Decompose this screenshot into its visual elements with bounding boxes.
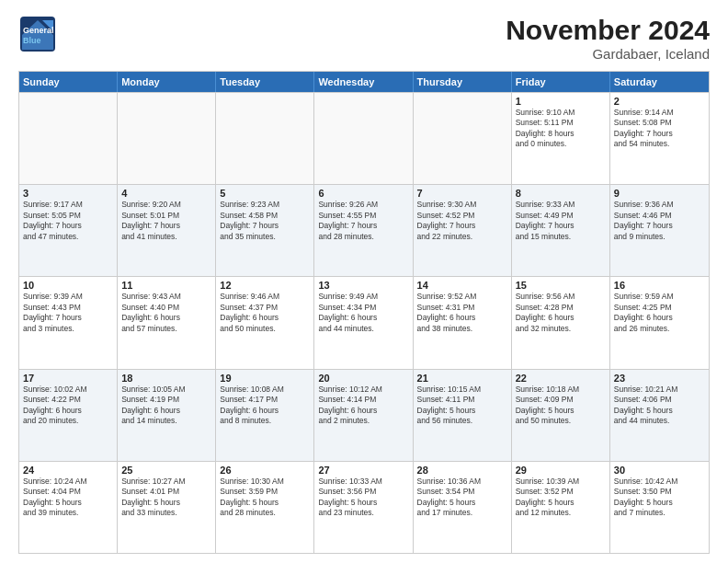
calendar-cell: 11Sunrise: 9:43 AM Sunset: 4:40 PM Dayli… [118,277,216,368]
day-info: Sunrise: 9:30 AM Sunset: 4:52 PM Dayligh… [417,200,507,242]
logo-icon: General Blue [18,15,57,53]
day-info: Sunrise: 10:42 AM Sunset: 3:50 PM Daylig… [614,477,705,519]
day-info: Sunrise: 9:17 AM Sunset: 5:05 PM Dayligh… [23,200,113,242]
calendar-cell: 4Sunrise: 9:20 AM Sunset: 5:01 PM Daylig… [118,185,216,276]
calendar-cell: 22Sunrise: 10:18 AM Sunset: 4:09 PM Dayl… [512,370,610,461]
day-number: 8 [516,188,606,199]
calendar-cell: 15Sunrise: 9:56 AM Sunset: 4:28 PM Dayli… [512,277,610,368]
day-of-week-header: Sunday [19,72,118,92]
day-number: 12 [220,280,310,291]
day-info: Sunrise: 9:14 AM Sunset: 5:08 PM Dayligh… [614,108,705,150]
day-number: 3 [23,188,113,199]
calendar-cell: 8Sunrise: 9:33 AM Sunset: 4:49 PM Daylig… [512,185,610,276]
day-number: 6 [318,188,408,199]
day-number: 13 [318,280,408,291]
calendar-row: 24Sunrise: 10:24 AM Sunset: 4:04 PM Dayl… [19,461,709,553]
calendar-cell [314,93,413,184]
calendar-cell: 6Sunrise: 9:26 AM Sunset: 4:55 PM Daylig… [314,185,413,276]
calendar-cell: 25Sunrise: 10:27 AM Sunset: 4:01 PM Dayl… [118,462,216,553]
calendar-cell: 17Sunrise: 10:02 AM Sunset: 4:22 PM Dayl… [19,370,118,461]
day-number: 26 [220,465,310,476]
day-info: Sunrise: 9:52 AM Sunset: 4:31 PM Dayligh… [417,292,507,334]
day-number: 29 [516,465,606,476]
day-number: 23 [614,373,705,384]
day-info: Sunrise: 9:39 AM Sunset: 4:43 PM Dayligh… [23,292,113,334]
day-number: 30 [614,465,705,476]
day-number: 5 [220,188,310,199]
page: General Blue November 2024 Gardabaer, Ic… [0,0,728,563]
calendar-cell: 27Sunrise: 10:33 AM Sunset: 3:56 PM Dayl… [314,462,413,553]
calendar-cell [118,93,216,184]
day-info: Sunrise: 10:18 AM Sunset: 4:09 PM Daylig… [516,385,606,427]
calendar-cell: 18Sunrise: 10:05 AM Sunset: 4:19 PM Dayl… [118,370,216,461]
calendar-subtitle: Gardabaer, Iceland [506,46,710,62]
day-number: 11 [121,280,211,291]
day-of-week-header: Friday [512,72,610,92]
calendar-cell: 20Sunrise: 10:12 AM Sunset: 4:14 PM Dayl… [314,370,413,461]
day-number: 9 [614,188,705,199]
calendar-cell: 7Sunrise: 9:30 AM Sunset: 4:52 PM Daylig… [414,185,512,276]
day-of-week-header: Monday [118,72,216,92]
day-number: 25 [121,465,211,476]
day-number: 10 [23,280,113,291]
calendar-row: 1Sunrise: 9:10 AM Sunset: 5:11 PM Daylig… [19,92,709,184]
day-number: 28 [417,465,507,476]
calendar-row: 3Sunrise: 9:17 AM Sunset: 5:05 PM Daylig… [19,184,709,276]
calendar-cell: 12Sunrise: 9:46 AM Sunset: 4:37 PM Dayli… [216,277,314,368]
calendar-cell: 1Sunrise: 9:10 AM Sunset: 5:11 PM Daylig… [512,93,610,184]
svg-text:General: General [23,26,54,35]
day-info: Sunrise: 9:10 AM Sunset: 5:11 PM Dayligh… [516,108,606,150]
calendar-cell: 24Sunrise: 10:24 AM Sunset: 4:04 PM Dayl… [19,462,118,553]
svg-text:Blue: Blue [23,36,41,45]
day-info: Sunrise: 9:56 AM Sunset: 4:28 PM Dayligh… [516,292,606,334]
day-info: Sunrise: 9:23 AM Sunset: 4:58 PM Dayligh… [220,200,310,242]
calendar-title: November 2024 [506,15,710,46]
day-info: Sunrise: 10:24 AM Sunset: 4:04 PM Daylig… [23,477,113,519]
calendar-cell: 14Sunrise: 9:52 AM Sunset: 4:31 PM Dayli… [414,277,512,368]
day-info: Sunrise: 10:05 AM Sunset: 4:19 PM Daylig… [121,385,211,427]
day-info: Sunrise: 9:46 AM Sunset: 4:37 PM Dayligh… [220,292,310,334]
day-info: Sunrise: 10:27 AM Sunset: 4:01 PM Daylig… [121,477,211,519]
calendar-cell: 13Sunrise: 9:49 AM Sunset: 4:34 PM Dayli… [314,277,413,368]
day-info: Sunrise: 10:12 AM Sunset: 4:14 PM Daylig… [318,385,408,427]
day-info: Sunrise: 9:43 AM Sunset: 4:40 PM Dayligh… [121,292,211,334]
calendar-cell: 21Sunrise: 10:15 AM Sunset: 4:11 PM Dayl… [414,370,512,461]
calendar-cell: 30Sunrise: 10:42 AM Sunset: 3:50 PM Dayl… [610,462,709,553]
title-block: November 2024 Gardabaer, Iceland [506,15,710,62]
day-info: Sunrise: 10:30 AM Sunset: 3:59 PM Daylig… [220,477,310,519]
calendar-cell [414,93,512,184]
day-number: 14 [417,280,507,291]
day-info: Sunrise: 9:33 AM Sunset: 4:49 PM Dayligh… [516,200,606,242]
day-info: Sunrise: 9:20 AM Sunset: 5:01 PM Dayligh… [121,200,211,242]
calendar-cell: 16Sunrise: 9:59 AM Sunset: 4:25 PM Dayli… [610,277,709,368]
day-number: 4 [121,188,211,199]
calendar-cell: 28Sunrise: 10:36 AM Sunset: 3:54 PM Dayl… [414,462,512,553]
calendar: SundayMondayTuesdayWednesdayThursdayFrid… [18,71,710,554]
calendar-row: 10Sunrise: 9:39 AM Sunset: 4:43 PM Dayli… [19,276,709,368]
day-number: 21 [417,373,507,384]
day-number: 19 [220,373,310,384]
day-info: Sunrise: 10:02 AM Sunset: 4:22 PM Daylig… [23,385,113,427]
calendar-cell: 2Sunrise: 9:14 AM Sunset: 5:08 PM Daylig… [610,93,709,184]
day-of-week-header: Thursday [414,72,512,92]
calendar-row: 17Sunrise: 10:02 AM Sunset: 4:22 PM Dayl… [19,369,709,461]
day-info: Sunrise: 10:08 AM Sunset: 4:17 PM Daylig… [220,385,310,427]
day-info: Sunrise: 9:59 AM Sunset: 4:25 PM Dayligh… [614,292,705,334]
calendar-cell [216,93,314,184]
day-number: 27 [318,465,408,476]
calendar-cell: 23Sunrise: 10:21 AM Sunset: 4:06 PM Dayl… [610,370,709,461]
day-number: 7 [417,188,507,199]
calendar-cell [19,93,118,184]
day-number: 16 [614,280,705,291]
calendar-cell: 29Sunrise: 10:39 AM Sunset: 3:52 PM Dayl… [512,462,610,553]
calendar-cell: 5Sunrise: 9:23 AM Sunset: 4:58 PM Daylig… [216,185,314,276]
header: General Blue November 2024 Gardabaer, Ic… [18,15,710,62]
day-of-week-header: Tuesday [216,72,314,92]
calendar-cell: 9Sunrise: 9:36 AM Sunset: 4:46 PM Daylig… [610,185,709,276]
day-info: Sunrise: 10:15 AM Sunset: 4:11 PM Daylig… [417,385,507,427]
calendar-body: 1Sunrise: 9:10 AM Sunset: 5:11 PM Daylig… [19,92,709,553]
day-info: Sunrise: 10:36 AM Sunset: 3:54 PM Daylig… [417,477,507,519]
calendar-header: SundayMondayTuesdayWednesdayThursdayFrid… [19,72,709,92]
day-number: 1 [516,96,606,107]
day-number: 17 [23,373,113,384]
